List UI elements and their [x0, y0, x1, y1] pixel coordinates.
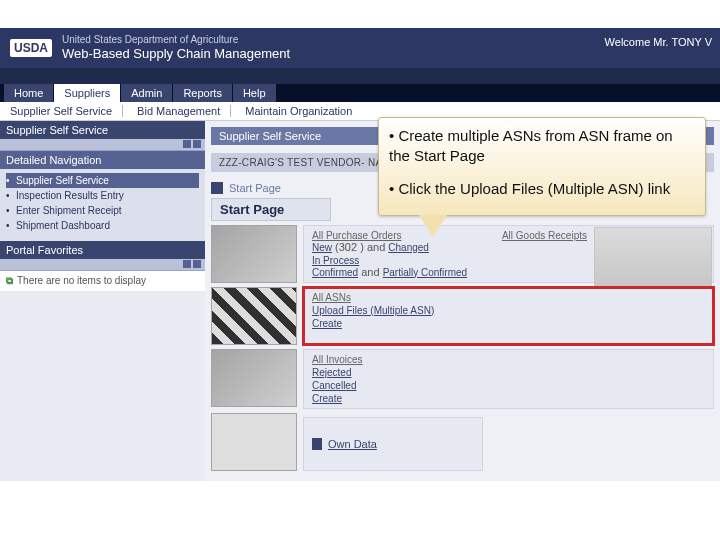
tab-suppliers[interactable]: Suppliers: [54, 84, 120, 102]
favorites-empty: ⧉ There are no items to display: [0, 271, 205, 291]
own-data-panel[interactable]: Own Data: [303, 417, 483, 471]
callout-line-2: • Click the Upload Files (Multiple ASN) …: [389, 179, 695, 199]
purchase-orders-panel: All Purchase Orders New (302 ) and Chang…: [303, 225, 714, 283]
department-name: United States Department of Agriculture: [62, 34, 290, 46]
owndata-thumbnail: [211, 413, 297, 471]
goods-receipts-header[interactable]: All Goods Receipts: [502, 230, 587, 241]
po-new-link[interactable]: New: [312, 242, 332, 253]
sidebar: Supplier Self Service Detailed Navigatio…: [0, 121, 205, 481]
asn-upload-files-link[interactable]: Upload Files (Multiple ASN): [312, 305, 705, 316]
nav-inspection-results[interactable]: Inspection Results Entry: [6, 188, 199, 203]
sidebar-self-service-header: Supplier Self Service: [0, 121, 205, 139]
asn-thumbnail: [211, 287, 297, 345]
subtab-maintain-org[interactable]: Maintain Organization: [245, 105, 362, 117]
page-title: Start Page: [211, 198, 331, 221]
tab-reports[interactable]: Reports: [173, 84, 232, 102]
callout-line-1: • Create multiple ASNs from ASN frame on…: [389, 126, 695, 165]
usda-logo: USDA: [10, 39, 52, 57]
breadcrumb: Start Page: [229, 182, 281, 194]
invoices-header[interactable]: All Invoices: [312, 354, 705, 365]
instruction-callout: • Create multiple ASNs from ASN frame on…: [378, 117, 706, 216]
po-changed-link[interactable]: Changed: [388, 242, 429, 253]
person-icon: [312, 438, 322, 450]
own-data-link: Own Data: [328, 438, 377, 450]
asn-panel: All ASNs Upload Files (Multiple ASN) Cre…: [303, 287, 714, 345]
app-name: Web-Based Supply Chain Management: [62, 46, 290, 62]
sidebar-detailed-nav-header: Detailed Navigation: [0, 151, 205, 169]
tab-home[interactable]: Home: [4, 84, 53, 102]
back-icon[interactable]: [211, 182, 223, 194]
goods-receipts-thumbnail: [594, 227, 712, 287]
tab-admin[interactable]: Admin: [121, 84, 172, 102]
invoices-rejected-link[interactable]: Rejected: [312, 367, 705, 378]
invoices-thumbnail: [211, 349, 297, 407]
po-thumbnail: [211, 225, 297, 283]
main-tabs: Home Suppliers Admin Reports Help: [0, 84, 720, 102]
asn-create-link[interactable]: Create: [312, 318, 705, 329]
subtab-bid-management[interactable]: Bid Management: [137, 105, 231, 117]
nav-supplier-self-service[interactable]: Supplier Self Service: [6, 173, 199, 188]
po-partially-link[interactable]: Partially Confirmed: [383, 267, 467, 278]
welcome-text: Welcome Mr. TONY V: [605, 36, 712, 48]
nav-shipment-dashboard[interactable]: Shipment Dashboard: [6, 218, 199, 233]
tab-help[interactable]: Help: [233, 84, 276, 102]
invoices-cancelled-link[interactable]: Cancelled: [312, 380, 705, 391]
info-icon: ⧉: [6, 275, 13, 287]
invoices-panel: All Invoices Rejected Cancelled Create: [303, 349, 714, 409]
sidebar-portal-favorites-header: Portal Favorites: [0, 241, 205, 259]
po-confirmed-link[interactable]: Confirmed: [312, 267, 358, 278]
nav-list: Supplier Self Service Inspection Results…: [0, 169, 205, 241]
subtab-self-service[interactable]: Supplier Self Service: [10, 105, 123, 117]
asn-header[interactable]: All ASNs: [312, 292, 705, 303]
app-header: USDA United States Department of Agricul…: [0, 28, 720, 68]
nav-enter-shipment-receipt[interactable]: Enter Shipment Receipt: [6, 203, 199, 218]
invoices-create-link[interactable]: Create: [312, 393, 705, 404]
